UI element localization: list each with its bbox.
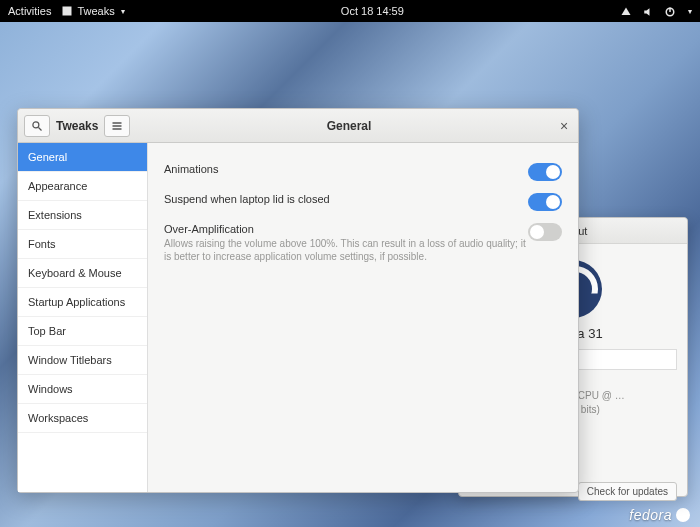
app-menu[interactable]: Tweaks ▾ xyxy=(61,5,124,17)
hamburger-icon xyxy=(111,120,123,132)
app-menu-label: Tweaks xyxy=(77,5,114,17)
window-title: Tweaks xyxy=(56,119,98,133)
power-icon[interactable] xyxy=(664,4,676,17)
activities-button[interactable]: Activities xyxy=(8,5,51,17)
sidebar-item-fonts[interactable]: Fonts xyxy=(18,230,147,259)
chevron-down-icon: ▾ xyxy=(688,7,692,16)
setting-description: Allows raising the volume above 100%. Th… xyxy=(164,237,528,263)
setting-row: Animations xyxy=(164,157,562,187)
fedora-dot-icon xyxy=(676,508,690,522)
search-button[interactable] xyxy=(24,115,50,137)
svg-point-3 xyxy=(33,121,39,127)
setting-row: Suspend when laptop lid is closed xyxy=(164,187,562,217)
hamburger-menu-button[interactable] xyxy=(104,115,130,137)
switch-knob xyxy=(546,195,560,209)
setting-row: Over-AmplificationAllows raising the vol… xyxy=(164,217,562,269)
sidebar-item-appearance[interactable]: Appearance xyxy=(18,172,147,201)
panel-title: General xyxy=(148,119,550,133)
svg-rect-6 xyxy=(113,125,122,127)
tweaks-sidebar: GeneralAppearanceExtensionsFontsKeyboard… xyxy=(18,143,148,492)
setting-label: Animations xyxy=(164,163,528,175)
svg-rect-2 xyxy=(669,7,671,12)
close-button[interactable]: × xyxy=(550,118,578,134)
sidebar-item-top-bar[interactable]: Top Bar xyxy=(18,317,147,346)
brand-text: fedora xyxy=(629,507,672,523)
setting-label: Over-Amplification xyxy=(164,223,528,235)
sidebar-item-windows[interactable]: Windows xyxy=(18,375,147,404)
top-bar: Activities Tweaks ▾ Oct 18 14:59 ▾ xyxy=(0,0,700,22)
search-icon xyxy=(31,120,43,132)
fedora-brand: fedora xyxy=(629,507,690,523)
sidebar-item-keyboard-mouse[interactable]: Keyboard & Mouse xyxy=(18,259,147,288)
chevron-down-icon: ▾ xyxy=(121,7,125,16)
switch-knob xyxy=(546,165,560,179)
tweaks-icon xyxy=(61,5,73,17)
toggle-switch[interactable] xyxy=(528,223,562,241)
setting-label: Suspend when laptop lid is closed xyxy=(164,193,528,205)
svg-rect-5 xyxy=(113,122,122,124)
toggle-switch[interactable] xyxy=(528,193,562,211)
svg-rect-7 xyxy=(113,128,122,130)
svg-rect-0 xyxy=(63,7,72,16)
sidebar-item-extensions[interactable]: Extensions xyxy=(18,201,147,230)
switch-knob xyxy=(530,225,544,239)
check-updates-button[interactable]: Check for updates xyxy=(578,482,677,501)
svg-line-4 xyxy=(39,127,42,130)
tweaks-headerbar: Tweaks General × xyxy=(18,109,578,143)
network-icon[interactable] xyxy=(620,4,632,17)
clock[interactable]: Oct 18 14:59 xyxy=(341,5,404,17)
sidebar-item-window-titlebars[interactable]: Window Titlebars xyxy=(18,346,147,375)
sidebar-item-startup-applications[interactable]: Startup Applications xyxy=(18,288,147,317)
volume-icon[interactable] xyxy=(642,4,654,17)
sidebar-item-workspaces[interactable]: Workspaces xyxy=(18,404,147,433)
tweaks-window: Tweaks General × GeneralAppearanceExtens… xyxy=(17,108,579,493)
sidebar-item-general[interactable]: General xyxy=(18,143,147,172)
tweaks-content: AnimationsSuspend when laptop lid is clo… xyxy=(148,143,578,492)
toggle-switch[interactable] xyxy=(528,163,562,181)
